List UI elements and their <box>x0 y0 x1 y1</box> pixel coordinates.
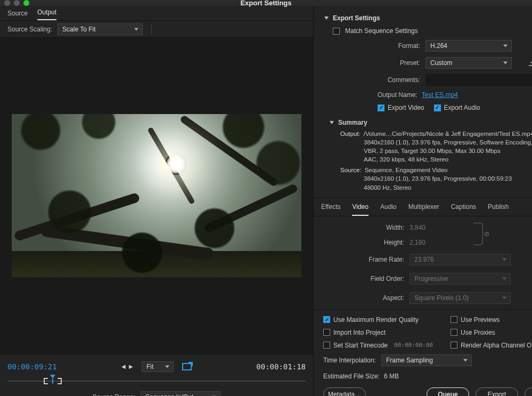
summary-source-line3: 48000 Hz, Stereo <box>340 183 532 192</box>
export-options-section: Use Maximum Render Quality Use Previews … <box>314 309 532 396</box>
summary-block: Output:/Volume…Cie/Projects/Nicole & Jef… <box>340 130 532 192</box>
window-close-button[interactable] <box>4 0 10 6</box>
import-project-checkbox[interactable] <box>323 329 330 336</box>
summary-output-line3: VBR, 2 pass, Target 30.00 Mbps, Max 30.0… <box>340 147 532 155</box>
estimated-size-label: Estimated File Size: <box>323 373 380 380</box>
aspect-select[interactable]: Square Pixels (1.0) <box>410 292 511 304</box>
step-back-icon[interactable]: ◀ <box>121 363 126 369</box>
step-back-one-icon[interactable]: ▶ <box>129 363 133 369</box>
safe-areas-icon[interactable] <box>182 363 192 370</box>
tab-effects[interactable]: Effects <box>321 203 340 216</box>
step-back-controls: ◀ ▶ <box>121 363 133 369</box>
settings-panel: Export Settings Match Sequence Settings … <box>314 6 532 396</box>
timecode-duration: 00:00:01:18 <box>256 362 306 371</box>
max-quality-label: Use Maximum Render Quality <box>333 316 419 324</box>
tab-publish[interactable]: Publish <box>488 203 509 216</box>
tab-audio[interactable]: Audio <box>380 203 397 216</box>
preview-frame <box>12 114 301 277</box>
export-settings-section: Export Settings Match Sequence Settings … <box>314 6 532 198</box>
summary-source-label: Source: <box>340 166 362 174</box>
tab-multiplexer[interactable]: Multiplexer <box>408 203 439 216</box>
tab-source[interactable]: Source <box>7 10 28 20</box>
metadata-button[interactable]: Metadata… <box>323 387 366 396</box>
video-settings-body: Width: 3,840 Height: 2,160 ⊘ Frame Rate:… <box>314 216 532 309</box>
source-range-label: Source Range: <box>93 393 135 396</box>
alpha-checkbox[interactable] <box>451 342 457 349</box>
zoom-fit-select[interactable]: Fit <box>142 361 174 372</box>
tab-video[interactable]: Video <box>352 203 368 216</box>
proxies-checkbox[interactable] <box>451 329 457 336</box>
save-preset-icon[interactable] <box>527 58 532 68</box>
height-value[interactable]: 2,160 <box>410 239 484 246</box>
export-video-label: Export Video <box>388 104 424 111</box>
export-video-checkbox[interactable] <box>378 104 384 111</box>
match-sequence-label: Match Sequence Settings <box>345 27 418 35</box>
estimated-size-value: 6 MB <box>384 373 399 380</box>
cancel-button[interactable]: Cancel <box>525 387 532 396</box>
tab-output[interactable]: Output <box>37 9 56 20</box>
summary-output-path: /Volume…Cie/Projects/Nicole & Jeff Engag… <box>364 130 532 138</box>
in-point-handle[interactable] <box>44 378 48 384</box>
aspect-label: Aspect: <box>324 294 404 302</box>
alpha-label: Render Alpha Channel Only <box>461 342 532 349</box>
window-maximize-button[interactable] <box>23 0 29 6</box>
framerate-label: Frame Rate: <box>324 256 404 263</box>
export-settings-heading: Export Settings <box>333 14 380 22</box>
preset-label: Preset: <box>324 59 420 67</box>
previews-checkbox[interactable] <box>451 316 457 323</box>
encoder-tabs: Effects Video Audio Multiplexer Captions… <box>314 198 532 216</box>
dimensions-bracket <box>473 223 483 245</box>
preview-tabs: Source Output <box>0 6 313 21</box>
summary-output-line4: AAC, 320 kbps, 48 kHz, Stereo <box>340 155 532 164</box>
preview-area[interactable] <box>0 38 313 354</box>
summary-output-line2: 3840x2160 (1.0), 23.976 fps, Progressive… <box>340 138 532 147</box>
summary-heading: Summary <box>338 119 367 126</box>
output-name-label: Output Name: <box>378 91 418 99</box>
link-dimensions-icon[interactable]: ⊘ <box>484 230 489 238</box>
start-tc-value[interactable]: 00:00:00:00 <box>394 342 433 349</box>
tab-captions[interactable]: Captions <box>451 203 476 216</box>
fieldorder-select[interactable]: Progressive <box>410 273 511 285</box>
export-settings-window: Export Settings Source Output Source Sca… <box>0 0 532 396</box>
time-interp-select[interactable]: Frame Sampling <box>381 354 472 366</box>
preview-panel: Source Output Source Scaling: Scale To F… <box>0 6 314 396</box>
out-point-handle[interactable] <box>58 378 62 384</box>
source-scaling-select[interactable]: Scale To Fit <box>58 23 143 35</box>
summary-source-line1: Sequence, Engagement Video <box>365 166 532 174</box>
fieldorder-label: Field Order: <box>324 275 404 282</box>
format-label: Format: <box>324 42 420 50</box>
width-value[interactable]: 3,840 <box>410 224 484 231</box>
summary-output-label: Output: <box>340 130 361 138</box>
time-interp-label: Time Interpolation: <box>323 357 376 364</box>
source-scaling-label: Source Scaling: <box>7 26 52 33</box>
previews-label: Use Previews <box>461 316 500 324</box>
chevron-down-icon[interactable] <box>330 121 334 124</box>
preset-select[interactable]: Custom <box>425 57 512 69</box>
comments-input[interactable] <box>425 74 532 86</box>
queue-button[interactable]: Queue <box>427 387 469 396</box>
titlebar: Export Settings <box>0 0 532 6</box>
format-select[interactable]: H.264 <box>425 40 512 52</box>
proxies-label: Use Proxies <box>461 329 495 336</box>
export-button[interactable]: Export <box>476 387 518 396</box>
chevron-down-icon[interactable] <box>324 17 329 20</box>
start-tc-label: Set Start Timecode <box>333 342 388 349</box>
export-audio-checkbox[interactable] <box>434 104 441 111</box>
width-label: Width: <box>324 224 404 231</box>
framerate-select[interactable]: 23.976 <box>410 254 511 265</box>
window-controls <box>4 0 29 6</box>
source-range-select[interactable]: Sequence In/Out <box>141 391 220 396</box>
start-tc-checkbox[interactable] <box>323 342 330 349</box>
match-sequence-checkbox[interactable] <box>333 28 340 35</box>
output-name-link[interactable]: Test ES.mp4 <box>422 91 458 99</box>
summary-source-line2: 3840x2160 (1.0), 23.976 fps, Progressive… <box>340 174 532 183</box>
transport-controls: 00:00:09:21 ◀ ▶ Fit 00:00:01:18 <box>0 354 313 396</box>
max-quality-checkbox[interactable] <box>323 316 330 323</box>
playhead-handle[interactable] <box>50 376 55 381</box>
timecode-current[interactable]: 00:00:09:21 <box>7 362 57 371</box>
window-minimize-button[interactable] <box>14 0 20 6</box>
export-audio-label: Export Audio <box>444 104 480 111</box>
range-slider[interactable] <box>7 376 306 386</box>
comments-label: Comments: <box>324 76 420 84</box>
import-project-label: Import Into Project <box>333 329 386 336</box>
